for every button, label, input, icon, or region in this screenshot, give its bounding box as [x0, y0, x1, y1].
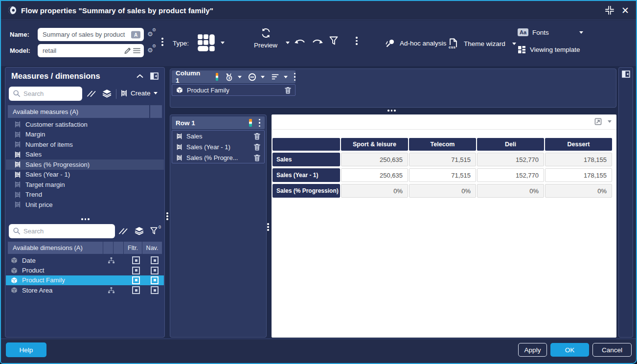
- row-zone-more-icon[interactable]: [259, 119, 261, 127]
- table-cell: 250,635: [341, 153, 408, 166]
- measure-row[interactable]: Trend: [6, 190, 164, 200]
- color-scale-icon[interactable]: [216, 73, 218, 81]
- nav-checkbox[interactable]: [145, 256, 164, 264]
- viewing-template-button[interactable]: Viewing template: [518, 46, 580, 54]
- layers-icon[interactable]: [102, 89, 112, 100]
- column-zone-more-icon[interactable]: [294, 73, 296, 81]
- viewing-template-label: Viewing template: [530, 46, 580, 53]
- adhoc-analysis-button[interactable]: Ad-hoc analysis: [385, 39, 446, 48]
- edit-model-pencil-icon[interactable]: [124, 47, 131, 54]
- fonts-label: Fonts: [532, 29, 549, 36]
- dimension-row[interactable]: Product: [6, 265, 164, 275]
- create-measure-button[interactable]: Create: [120, 90, 158, 97]
- type-label: Type:: [173, 40, 189, 47]
- expand-preview-icon[interactable]: [594, 118, 602, 125]
- ranking-icon[interactable]: 3: [225, 73, 233, 81]
- measure-row[interactable]: Sales: [6, 150, 164, 160]
- color-scale-icon[interactable]: [249, 119, 252, 127]
- delete-icon[interactable]: [254, 133, 260, 140]
- adhoc-analysis-label: Ad-hoc analysis: [400, 40, 446, 47]
- nav-checkbox[interactable]: [145, 276, 164, 284]
- dimension-row-selected[interactable]: Product Family: [6, 275, 164, 285]
- delete-icon[interactable]: [254, 154, 260, 161]
- dimension-layers-icon[interactable]: [135, 227, 144, 237]
- model-list-icon[interactable]: [133, 48, 140, 54]
- ranking-caret[interactable]: [238, 76, 242, 78]
- nav-checkbox[interactable]: [145, 286, 164, 294]
- create-caret: [154, 92, 158, 94]
- filter-checkbox[interactable]: [127, 286, 145, 294]
- collapse-panel-icon[interactable]: [150, 72, 159, 80]
- fonts-caret: [579, 31, 583, 34]
- cancel-button[interactable]: Cancel: [592, 343, 632, 357]
- row-item[interactable]: Sales: [172, 131, 264, 141]
- cube-icon: [11, 277, 18, 284]
- pivot-table: Sport & leisure Telecom Deli Dessert Sal…: [273, 138, 612, 198]
- measure-row-selected[interactable]: Sales (% Progression): [6, 159, 164, 170]
- row-zone-panel: Row 1 Sales Sales (Year - 1) Sales (% Pr…: [170, 114, 267, 338]
- row-item[interactable]: Sales (% Progre...: [172, 152, 264, 163]
- flow-type-icon[interactable]: [196, 33, 216, 55]
- hide-measures-icon[interactable]: [87, 90, 96, 99]
- translate-icon[interactable]: A: [131, 31, 140, 38]
- filter-checkbox[interactable]: [127, 276, 145, 284]
- expand-right-panel-icon[interactable]: [622, 70, 630, 78]
- dimension-row[interactable]: Store Area: [6, 285, 164, 295]
- preview-button[interactable]: Preview: [248, 27, 283, 49]
- measure-icon: [176, 144, 182, 150]
- measure-row[interactable]: Number of items: [6, 139, 164, 150]
- flow-logo-icon: [8, 6, 17, 15]
- close-icon[interactable]: ✕: [621, 5, 629, 16]
- viewing-template-icon: [518, 46, 526, 54]
- theme-wizard-button[interactable]: css Theme wizard: [449, 38, 516, 49]
- apply-button[interactable]: Apply: [518, 343, 547, 357]
- row-items-box: Sales Sales (Year - 1) Sales (% Progre..…: [172, 130, 265, 163]
- column-zone-resize-handle[interactable]: [387, 110, 396, 112]
- undo-icon[interactable]: [294, 38, 306, 47]
- filter-icon[interactable]: [329, 36, 339, 48]
- preview-options-caret[interactable]: [608, 120, 612, 123]
- fonts-button[interactable]: Aa Fonts: [518, 28, 583, 36]
- hierarchy-icon: [106, 287, 116, 294]
- measure-row[interactable]: Margin: [6, 130, 164, 140]
- dimension-row[interactable]: Date: [6, 255, 164, 265]
- sort-icon[interactable]: [271, 73, 279, 80]
- type-dropdown-caret[interactable]: [221, 42, 225, 44]
- hide-dimensions-icon[interactable]: [118, 228, 128, 237]
- dimension-filter-icon[interactable]: 0: [150, 227, 160, 235]
- measure-row[interactable]: Unit price: [6, 200, 164, 210]
- show-empty-icon[interactable]: [248, 73, 256, 81]
- measure-row[interactable]: Customer satisfaction: [6, 119, 164, 130]
- sort-caret[interactable]: [284, 76, 288, 78]
- measures-resize-handle[interactable]: [81, 218, 90, 220]
- collapse-section-chevron-icon[interactable]: [136, 74, 143, 78]
- redo-icon[interactable]: [311, 38, 323, 47]
- left-panel-resize-handle[interactable]: [166, 212, 168, 220]
- dialog-title: Flow properties "Summary of sales by pro…: [21, 6, 213, 15]
- ok-button[interactable]: OK: [550, 343, 589, 357]
- preview-dropdown-caret[interactable]: [286, 42, 290, 44]
- column-item[interactable]: Product Family: [172, 85, 295, 95]
- table-row: Sales (% Progression) 0% 0% 0% 0%: [273, 184, 612, 198]
- delete-icon[interactable]: [254, 143, 260, 151]
- compress-window-icon[interactable]: [605, 5, 614, 15]
- panel-title: Measures / dimensions: [11, 71, 100, 81]
- dimensions-search-input[interactable]: [9, 224, 115, 238]
- name-input[interactable]: [38, 28, 144, 41]
- table-header-row: Sport & leisure Telecom Deli Dessert: [273, 138, 612, 151]
- column-header: Deli: [477, 138, 544, 151]
- row-item[interactable]: Sales (Year - 1): [172, 141, 264, 152]
- toolbar-more-icon[interactable]: [356, 37, 358, 45]
- adhoc-analysis-icon: [385, 39, 396, 48]
- show-empty-caret[interactable]: [261, 76, 265, 78]
- footer: Help Apply OK Cancel: [1, 339, 636, 363]
- filter-checkbox[interactable]: [127, 267, 145, 274]
- delete-icon[interactable]: [285, 87, 291, 94]
- row-panel-resize-handle[interactable]: [267, 223, 269, 231]
- filter-checkbox[interactable]: [127, 256, 145, 264]
- measure-row[interactable]: Target margin: [6, 180, 164, 190]
- titlebar: Flow properties "Summary of sales by pro…: [1, 1, 636, 20]
- measure-row[interactable]: Sales (Year - 1): [6, 170, 164, 180]
- nav-checkbox[interactable]: [145, 267, 164, 274]
- help-button[interactable]: Help: [6, 342, 46, 357]
